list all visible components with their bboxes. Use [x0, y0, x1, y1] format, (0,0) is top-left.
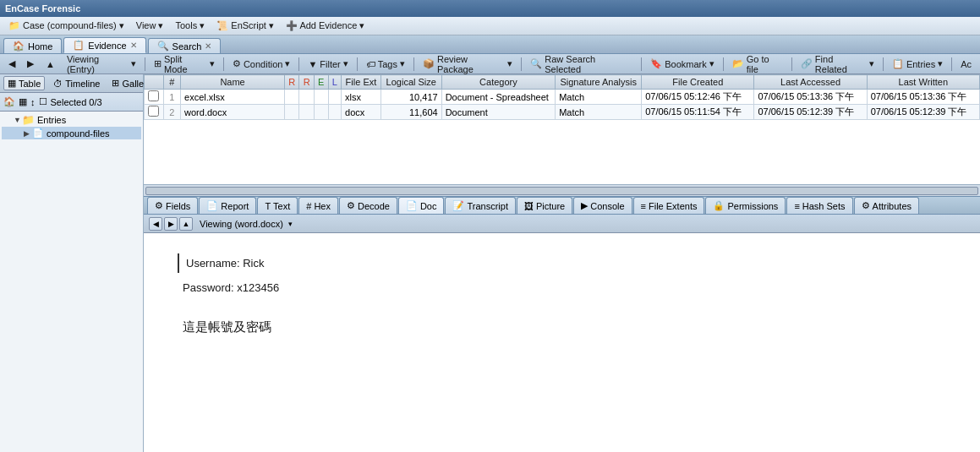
row-rb1 [285, 105, 299, 120]
decode-icon: ⚙ [347, 200, 355, 211]
viewer-up-btn[interactable]: ▲ [179, 217, 193, 231]
toolbar-find-related[interactable]: 🔗 Find Related ▾ [796, 53, 879, 75]
tree-checkbox[interactable]: ☐ [39, 96, 47, 107]
bottom-tab-file-extents[interactable]: ≡ File Extents [633, 197, 705, 214]
bottom-tab-text[interactable]: T Text [257, 197, 298, 214]
sep11 [951, 57, 952, 71]
table-icon: ▦ [8, 78, 16, 89]
toolbar-viewing-entry[interactable]: Viewing (Entry) ▾ [62, 53, 141, 75]
evidence-icon: 📋 [73, 40, 85, 51]
col-check-header [145, 75, 164, 90]
menu-view[interactable]: View ▾ [131, 19, 169, 32]
toolbar-up[interactable]: ▲ [41, 58, 60, 70]
row-sig: Match [556, 105, 642, 120]
tree-home-icon: 🏠 [3, 96, 15, 107]
sep7 [641, 57, 642, 71]
evidence-tab-close[interactable]: ✕ [130, 41, 137, 50]
row-size: 11,604 [381, 105, 441, 120]
hash-sets-icon: ≡ [794, 201, 799, 211]
menu-enscript[interactable]: 📜 EnScript ▾ [211, 19, 279, 32]
tree-entries[interactable]: ▼ 📁 Entries [2, 113, 141, 127]
viewer-nav: ◀ ▶ ▲ [149, 217, 193, 231]
col-rb4-header: L [328, 75, 342, 90]
col-size-header: Logical Size [381, 75, 441, 90]
bottom-tab-report[interactable]: 📄 Report [199, 197, 256, 214]
tree-expand-arrow[interactable]: ▼ [14, 116, 22, 124]
toolbar-ac[interactable]: Ac [955, 58, 977, 70]
toolbar-condition[interactable]: ⚙ Condition ▾ [227, 57, 295, 70]
top-tab-bar: 🏠 Home 📋 Evidence ✕ 🔍 Search ✕ [0, 35, 980, 54]
tree-compound-label: compound-files [47, 128, 110, 139]
toolbar-bookmark[interactable]: 🔖 Bookmark ▾ [645, 57, 720, 70]
view-timeline-btn[interactable]: ⏱ Timeline [50, 78, 103, 90]
selected-label: Selected 0/3 [51, 97, 102, 107]
sep10 [883, 57, 884, 71]
bottom-tab-attributes[interactable]: ⚙ Attributes [854, 197, 919, 214]
row-rb3 [314, 90, 328, 105]
bottom-tab-permissions[interactable]: 🔒 Permissions [705, 197, 786, 214]
menu-bar: 📁 Case (compound-files) ▾ View ▾ Tools ▾… [0, 17, 980, 35]
doc-icon: 📄 [406, 200, 418, 211]
col-rb3-header: E [314, 75, 328, 90]
bottom-tab-fields[interactable]: ⚙ Fields [147, 197, 198, 214]
row-name: excel.xlsx [181, 90, 285, 105]
tree-container[interactable]: ▼ 📁 Entries ▶ 📄 compound-files [0, 112, 143, 452]
toolbar-back[interactable]: ◀ [3, 57, 20, 70]
data-table-container[interactable]: # Name R R E L File Ext Logical Size Cat… [144, 74, 980, 184]
sep1 [145, 57, 145, 71]
doc-line-1: Username: Rick [178, 253, 946, 273]
attributes-icon: ⚙ [862, 200, 870, 211]
tab-home[interactable]: 🏠 Home [3, 38, 62, 53]
viewer-toolbar: ◀ ▶ ▲ Viewing (word.docx) ▾ [144, 215, 980, 233]
bottom-tab-console[interactable]: ▶ Console [573, 197, 632, 214]
sep6 [521, 57, 522, 71]
row-rb3 [314, 105, 328, 120]
hscroll-track[interactable] [145, 187, 978, 195]
bottom-tab-decode[interactable]: ⚙ Decode [339, 197, 397, 214]
row-rb2 [299, 105, 314, 120]
bottom-tab-picture[interactable]: 🖼 Picture [517, 197, 572, 214]
sep3 [298, 57, 299, 71]
search-tab-close[interactable]: ✕ [205, 41, 211, 51]
tab-evidence[interactable]: 📋 Evidence ✕ [63, 37, 145, 53]
sep9 [791, 57, 792, 71]
tree-compound-files[interactable]: ▶ 📄 compound-files [2, 127, 141, 139]
bottom-tab-hash-sets[interactable]: ≡ Hash Sets [786, 197, 852, 214]
doc-line-2: Password: x123456 [178, 278, 946, 297]
bottom-tab-hex[interactable]: # Hex [298, 197, 338, 214]
toolbar-split-mode[interactable]: ⊞ Split Mode ▾ [149, 53, 220, 75]
main-toolbar: ◀ ▶ ▲ Viewing (Entry) ▾ ⊞ Split Mode ▾ ⚙… [0, 54, 980, 74]
viewer-forward-btn[interactable]: ▶ [164, 217, 178, 231]
view-table-btn[interactable]: ▦ Table [3, 76, 45, 90]
toolbar-go-to-file[interactable]: 📂 Go to file [727, 53, 788, 75]
toolbar-filter[interactable]: ▼ Filter ▾ [303, 57, 353, 70]
toolbar-review-package[interactable]: 📦 Review Package ▾ [418, 53, 517, 75]
fields-icon: ⚙ [155, 200, 163, 211]
tree-compound-arrow[interactable]: ▶ [24, 129, 32, 138]
bottom-tab-doc[interactable]: 📄 Doc [398, 197, 445, 214]
toolbar-raw-search[interactable]: 🔍 Raw Search Selected [525, 53, 638, 75]
row-rb4 [328, 105, 342, 120]
col-sig-header: Signature Analysis [556, 75, 642, 90]
viewer-dropdown-icon[interactable]: ▾ [288, 220, 293, 228]
table-row[interactable]: 1 excel.xlsx xlsx 10,417 Document - Spre… [145, 90, 980, 105]
permissions-icon: 🔒 [713, 200, 725, 211]
doc-line-3: 這是帳號及密碼 [178, 315, 946, 338]
row-checkbox[interactable] [145, 90, 164, 105]
menu-case[interactable]: 📁 Case (compound-files) ▾ [3, 19, 129, 32]
hscroll-area[interactable] [144, 184, 980, 196]
picture-icon: 🖼 [524, 201, 534, 211]
tab-search[interactable]: 🔍 Search ✕ [148, 38, 222, 53]
right-area: # Name R R E L File Ext Logical Size Cat… [144, 74, 980, 452]
toolbar-forward[interactable]: ▶ [22, 57, 39, 70]
toolbar-entries[interactable]: 📋 Entries ▾ [887, 57, 948, 70]
viewer-back-btn[interactable]: ◀ [149, 217, 162, 231]
menu-add-evidence[interactable]: ➕ Add Evidence ▾ [281, 19, 370, 32]
menu-tools[interactable]: Tools ▾ [171, 19, 211, 32]
row-number: 1 [163, 90, 181, 105]
bottom-tab-transcript[interactable]: 📝 Transcript [445, 197, 516, 214]
toolbar-tags[interactable]: 🏷 Tags ▾ [361, 57, 410, 70]
timeline-icon: ⏱ [53, 79, 63, 89]
table-row[interactable]: 2 word.docx docx 11,604 Document Match 0… [145, 105, 980, 120]
row-checkbox[interactable] [145, 105, 164, 120]
